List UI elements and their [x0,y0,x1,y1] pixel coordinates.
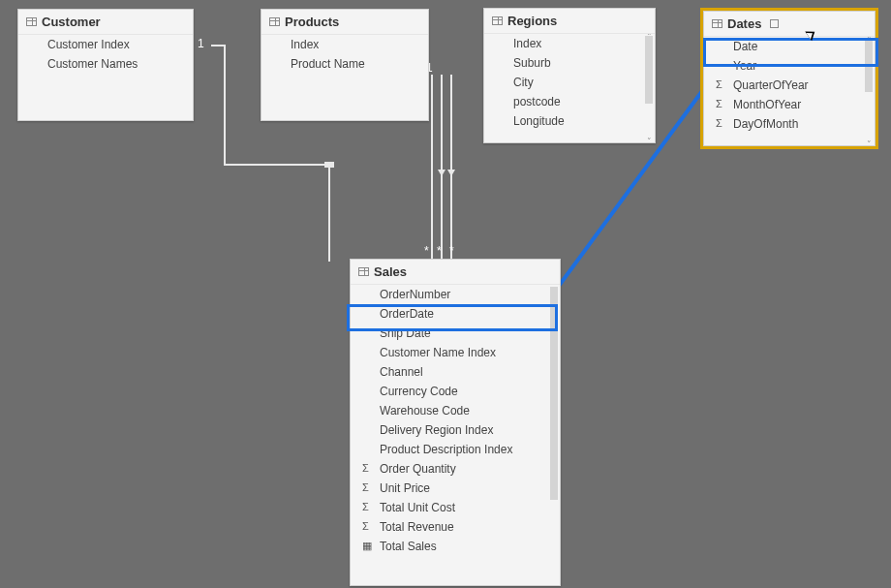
sigma-icon: Σ [716,79,722,90]
field-item[interactable]: ΣTotal Revenue [351,517,560,537]
maximize-icon[interactable] [770,19,779,28]
field-item[interactable]: ΣQuarterOfYear [704,76,875,95]
measure-icon: ▦ [362,541,372,551]
svg-marker-1 [438,170,446,176]
field-item[interactable]: Year [704,56,875,76]
field-item[interactable]: Index [261,35,428,54]
field-item[interactable]: Suburb [484,53,655,73]
field-item[interactable]: ΣOrder Quantity [351,459,560,479]
table-icon [358,267,369,276]
cardinality-label-many: * [449,244,454,258]
table-customer[interactable]: Customer Customer Index Customer Names [17,9,194,121]
field-item[interactable]: ΣUnit Price [351,479,560,498]
field-item[interactable]: OrderNumber [351,285,560,304]
field-item[interactable]: postcode [484,92,655,111]
svg-marker-2 [447,170,455,176]
table-icon [712,19,722,28]
scroll-up-icon[interactable]: ˄ [647,34,652,42]
field-item[interactable]: Date [704,37,875,56]
table-products[interactable]: Products Index Product Name [261,9,429,121]
cardinality-label-many: * [424,244,429,258]
field-item[interactable]: Product Name [261,54,428,74]
field-item[interactable]: Channel [351,362,560,382]
table-header[interactable]: Regions [484,9,655,34]
sigma-icon: Σ [716,118,722,129]
field-item[interactable]: City [484,73,655,92]
field-item[interactable]: Warehouse Code [351,401,560,420]
table-regions[interactable]: Regions Index Suburb City postcode Longi… [483,8,656,143]
scroll-up-icon[interactable]: ˄ [867,37,872,45]
field-item[interactable]: Product Description Index [351,440,560,459]
cardinality-label-one: 1 [198,37,204,50]
table-title: Products [285,15,339,29]
table-header[interactable]: Customer [18,10,193,35]
scrollbar[interactable] [550,287,558,500]
svg-rect-0 [324,162,334,168]
field-item[interactable]: Currency Code [351,382,560,401]
field-item[interactable]: ▦Total Sales [351,537,560,556]
table-title: Sales [374,264,407,279]
scroll-down-icon[interactable]: ˅ [867,139,872,147]
table-header[interactable]: Products [261,10,428,35]
field-item[interactable]: Longitude [484,111,655,131]
sigma-icon: Σ [716,99,722,109]
field-item[interactable]: Customer Names [18,54,193,74]
table-icon [492,16,503,25]
table-icon [269,17,280,26]
field-item[interactable]: Index [484,34,655,53]
table-title: Regions [507,14,557,28]
table-sales[interactable]: Sales OrderNumber OrderDate Ship Date Cu… [350,259,561,586]
sigma-icon: Σ [362,521,369,532]
field-item[interactable]: OrderDate [351,304,560,324]
scrollbar[interactable] [865,39,873,92]
table-header[interactable]: Dates [704,12,875,37]
sigma-icon: Σ [362,482,369,493]
sigma-icon: Σ [362,463,369,474]
table-icon [26,17,37,26]
cardinality-label-many: * [437,244,442,258]
field-item[interactable]: Ship Date [351,324,560,343]
field-item[interactable]: Delivery Region Index [351,420,560,440]
field-item[interactable]: Customer Name Index [351,343,560,362]
sigma-icon: Σ [362,502,369,512]
field-item[interactable]: ΣDayOfMonth [704,114,875,134]
field-item[interactable]: ΣMonthOfYear [704,95,875,114]
field-item[interactable]: Customer Index [18,35,193,54]
table-dates[interactable]: Dates Date Year ΣQuarterOfYear ΣMonthOfY… [703,11,876,146]
field-item[interactable]: ΣTotal Unit Cost [351,498,560,517]
scroll-down-icon[interactable]: ˅ [647,137,652,144]
table-title: Dates [727,16,761,31]
scrollbar[interactable] [645,36,653,104]
table-title: Customer [42,15,101,29]
table-header[interactable]: Sales [351,260,560,285]
